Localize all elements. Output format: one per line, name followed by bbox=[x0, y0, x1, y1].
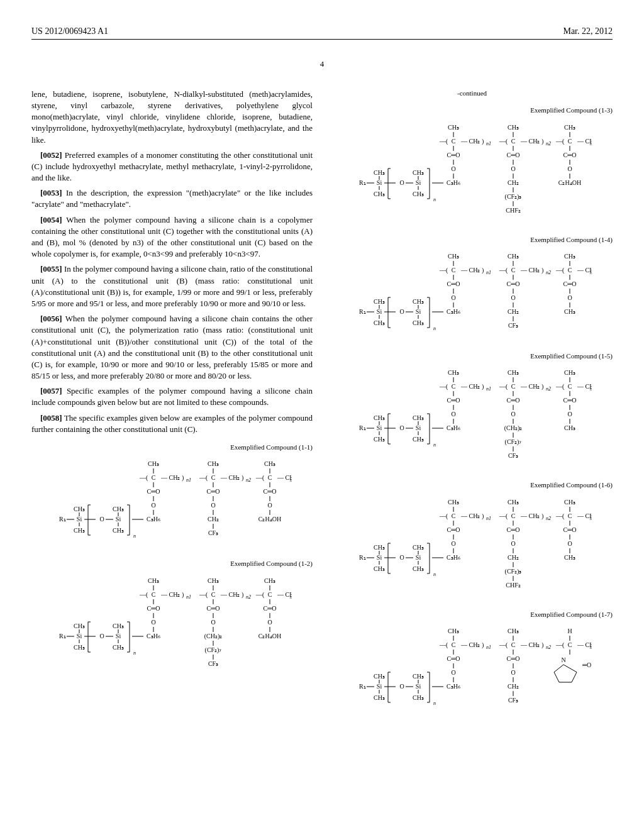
svg-text:CH₃: CH₃ bbox=[413, 191, 424, 197]
svg-text:C═O: C═O bbox=[447, 152, 460, 158]
svg-text:CH₃: CH₃ bbox=[413, 298, 424, 305]
svg-text:—(: —( bbox=[199, 474, 208, 482]
svg-text:CH₂: CH₂ bbox=[508, 179, 519, 186]
svg-text:—(: —( bbox=[555, 267, 565, 274]
svg-text:H: H bbox=[567, 628, 572, 634]
svg-text:O: O bbox=[451, 294, 455, 301]
svg-text:CH₃: CH₃ bbox=[448, 369, 459, 376]
svg-text:n1: n1 bbox=[486, 270, 491, 275]
svg-text:n1: n1 bbox=[186, 594, 191, 600]
para-0052: [0052] Preferred examples of a monomer c… bbox=[31, 150, 313, 184]
svg-text:C═O: C═O bbox=[563, 280, 576, 287]
svg-text:CF₃: CF₃ bbox=[508, 452, 518, 459]
svg-text:C═O: C═O bbox=[506, 152, 519, 158]
svg-text:CH₃: CH₃ bbox=[148, 577, 159, 584]
para-text: Preferred examples of a monomer constitu… bbox=[31, 150, 313, 182]
compound-1-2-structure: CH₃ —(C — CH₂ )n1 C═O O C₃H₆ CH₃ —(C — C… bbox=[31, 572, 313, 678]
para-num: [0053] bbox=[40, 188, 62, 197]
svg-text:n: n bbox=[433, 700, 436, 706]
para-0056: [0056] When the polymer compound having … bbox=[31, 313, 313, 382]
svg-text:CH₃: CH₃ bbox=[113, 622, 124, 629]
compound-1-4-structure: CH₃ —(C— CH₂ )n1 C═O O C₃H₆ CH₃ —(C— CH₂… bbox=[331, 247, 613, 341]
svg-text:O: O bbox=[399, 308, 404, 315]
svg-text:C═O: C═O bbox=[147, 605, 160, 612]
para-text: In the polymer compound having a silicon… bbox=[31, 264, 313, 308]
svg-text:CH₃: CH₃ bbox=[374, 694, 385, 701]
svg-text:C═O: C═O bbox=[447, 280, 460, 287]
svg-text:—(: —( bbox=[499, 383, 508, 390]
svg-marker-372 bbox=[554, 665, 577, 682]
svg-text:CH₃: CH₃ bbox=[374, 565, 385, 572]
svg-text:CH₃: CH₃ bbox=[564, 499, 575, 506]
svg-text:—(: —( bbox=[555, 512, 565, 520]
svg-text:C═O: C═O bbox=[563, 526, 576, 533]
svg-text:—(: —( bbox=[439, 383, 448, 390]
svg-text:C₂H₄OH: C₂H₄OH bbox=[558, 179, 580, 186]
svg-text:C═O: C═O bbox=[447, 655, 460, 662]
svg-text:C: C bbox=[451, 512, 455, 519]
svg-text:n: n bbox=[433, 326, 436, 331]
svg-text:CH₃: CH₃ bbox=[448, 628, 459, 634]
svg-text:—(: —( bbox=[439, 138, 448, 145]
svg-text:CH₃: CH₃ bbox=[113, 506, 124, 512]
svg-text:(CH₂)₂: (CH₂)₂ bbox=[504, 424, 522, 432]
svg-text:—(: —( bbox=[439, 267, 448, 274]
compound-1-5-structure: CH₃ —(C— CH₂ )n1 C═O O C₃H₆ CH₃ —(C— CH₂… bbox=[331, 363, 613, 470]
content-columns: lene, butadiene, isoprene, isobutylene, … bbox=[31, 89, 613, 726]
para-text: When the polymer compound having a silic… bbox=[31, 314, 313, 380]
svg-text:O: O bbox=[211, 502, 215, 509]
compound-1-2-label: Exemplified Compound (1-2) bbox=[31, 559, 313, 568]
para-0054: [0054] When the polymer compound having … bbox=[31, 214, 313, 260]
svg-text:O: O bbox=[451, 540, 455, 547]
svg-text:— CH₂ ): — CH₂ ) bbox=[520, 267, 543, 274]
svg-text:n: n bbox=[433, 197, 436, 202]
svg-text:CH₃: CH₃ bbox=[448, 253, 459, 260]
svg-text:CH₃: CH₃ bbox=[508, 369, 519, 376]
svg-text:—(: —( bbox=[555, 641, 565, 649]
svg-text:n3: n3 bbox=[590, 516, 592, 521]
svg-text:CHF₂: CHF₂ bbox=[506, 207, 520, 214]
svg-text:C═O: C═O bbox=[147, 488, 160, 495]
compound-1-4-label: Exemplified Compound (1-4) bbox=[331, 235, 613, 245]
compound-1-3-label: Exemplified Compound (1-3) bbox=[331, 106, 613, 115]
svg-text:C: C bbox=[511, 512, 515, 519]
svg-text:O: O bbox=[399, 179, 404, 186]
svg-text:— CH₂ ): — CH₂ ) bbox=[520, 383, 543, 390]
svg-text:CF₃: CF₃ bbox=[508, 697, 518, 704]
svg-text:C═O: C═O bbox=[506, 280, 519, 287]
svg-text:—(: —( bbox=[439, 512, 448, 520]
svg-text:CH₃: CH₃ bbox=[413, 694, 424, 701]
svg-text:CH₃: CH₃ bbox=[413, 565, 424, 572]
svg-text:(CF₂)₃: (CF₂)₃ bbox=[504, 568, 521, 575]
svg-text:C: C bbox=[451, 641, 455, 648]
svg-text:n1: n1 bbox=[486, 645, 491, 650]
svg-text:CH₃: CH₃ bbox=[374, 544, 385, 551]
svg-text:Si: Si bbox=[76, 633, 82, 639]
svg-text:(CF₂)₃: (CF₂)₃ bbox=[504, 193, 521, 201]
svg-text:CH₃: CH₃ bbox=[264, 577, 275, 584]
continued-label: -continued bbox=[331, 89, 613, 98]
svg-text:Si: Si bbox=[115, 516, 121, 523]
svg-text:CH₃: CH₃ bbox=[508, 628, 519, 634]
para-0057: [0057] Specific examples of the polymer … bbox=[31, 385, 313, 408]
svg-text:Si: Si bbox=[376, 554, 382, 561]
svg-text:O: O bbox=[511, 411, 515, 418]
svg-text:C═O: C═O bbox=[263, 605, 276, 612]
svg-text:— CH₂ ): — CH₂ ) bbox=[520, 138, 543, 145]
svg-text:CH₃: CH₃ bbox=[448, 499, 459, 506]
compound-1-5-label: Exemplified Compound (1-5) bbox=[331, 351, 613, 361]
svg-text:— CH₂ ): — CH₂ ) bbox=[520, 512, 543, 520]
svg-text:O: O bbox=[399, 554, 404, 561]
svg-text:CH₃: CH₃ bbox=[564, 253, 575, 260]
svg-text:(CF₂)₇: (CF₂)₇ bbox=[204, 646, 221, 654]
svg-text:CH₃: CH₃ bbox=[413, 436, 424, 443]
svg-text:C: C bbox=[511, 641, 515, 648]
svg-text:C: C bbox=[451, 267, 455, 274]
page-number: 4 bbox=[31, 58, 613, 70]
svg-text:CH₂: CH₂ bbox=[508, 683, 519, 690]
para-num: [0057] bbox=[40, 386, 62, 396]
svg-text:O: O bbox=[151, 619, 155, 626]
svg-text:n1: n1 bbox=[486, 516, 491, 521]
svg-text:C═O: C═O bbox=[263, 488, 276, 495]
para-0053: [0053] In the description, the expressio… bbox=[31, 187, 313, 210]
